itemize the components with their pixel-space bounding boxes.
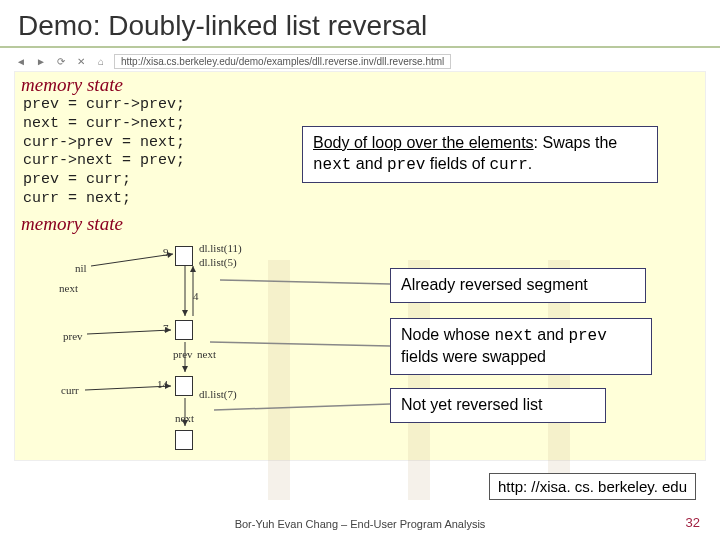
slide-title: Demo: Doubly-linked list reversal	[0, 0, 720, 48]
callout-text: .	[528, 155, 532, 172]
dlist-label: dl.list(7)	[199, 388, 237, 400]
back-icon[interactable]: ◄	[14, 55, 28, 69]
next-field-label: next	[197, 348, 216, 360]
reload-icon[interactable]: ⟳	[54, 55, 68, 69]
callout-text: Not yet reversed list	[401, 396, 542, 413]
memory-state-heading-2: memory state	[15, 211, 705, 235]
node-box	[175, 320, 193, 340]
stop-icon[interactable]: ✕	[74, 55, 88, 69]
callout-text: fields were swapped	[401, 348, 546, 365]
prev-field-label: prev	[173, 348, 193, 360]
node-value: 14	[157, 378, 168, 390]
callout-text: and	[351, 155, 387, 172]
node-box	[175, 246, 193, 266]
url-bar[interactable]: http://xisa.cs.berkeley.edu/demo/example…	[114, 54, 451, 69]
next-field-label: next	[175, 412, 194, 424]
code-inline: next	[494, 327, 532, 345]
svg-marker-7	[190, 266, 196, 272]
callout-text: : Swaps the	[534, 134, 618, 151]
decorative-stripe	[268, 260, 290, 500]
node-value: 4	[193, 290, 199, 302]
dlist-label: dl.list(11)	[199, 242, 242, 254]
svg-line-2	[87, 330, 171, 334]
callout-text: Node whose	[401, 326, 494, 343]
code-inline: next	[313, 156, 351, 174]
callout-text: Already reversed segment	[401, 276, 588, 293]
dlist-label: dl.list(5)	[199, 256, 237, 268]
code-inline: prev	[568, 327, 606, 345]
code-inline: prev	[387, 156, 425, 174]
page-number: 32	[686, 515, 700, 530]
memory-state-heading-1: memory state	[15, 72, 705, 96]
svg-marker-11	[182, 366, 188, 372]
next-label: next	[59, 282, 78, 294]
slide-footer: Bor-Yuh Evan Chang – End-User Program An…	[0, 518, 720, 530]
callout-swapped-node: Node whose next and prev fields were swa…	[390, 318, 652, 375]
callout-text: and	[533, 326, 569, 343]
node-value: 7	[163, 322, 169, 334]
forward-icon[interactable]: ►	[34, 55, 48, 69]
nil-label: nil	[75, 262, 87, 274]
curr-label: curr	[61, 384, 79, 396]
node-box	[175, 376, 193, 396]
home-icon[interactable]: ⌂	[94, 55, 108, 69]
callout-loop-body: Body of loop over the elements: Swaps th…	[302, 126, 658, 183]
callout-reversed-segment: Already reversed segment	[390, 268, 646, 303]
node-value: 9	[163, 246, 169, 258]
node-box	[175, 430, 193, 450]
callout-heading: Body of loop over the elements	[313, 134, 534, 151]
prev-label: prev	[63, 330, 83, 342]
url-callout: http: //xisa. cs. berkeley. edu	[489, 473, 696, 500]
svg-line-0	[91, 254, 173, 266]
callout-text: fields of	[425, 155, 489, 172]
callout-not-reversed: Not yet reversed list	[390, 388, 606, 423]
svg-marker-5	[182, 310, 188, 316]
browser-toolbar: ◄ ► ⟳ ✕ ⌂ http://xisa.cs.berkeley.edu/de…	[14, 54, 706, 69]
code-inline: curr	[489, 156, 527, 174]
